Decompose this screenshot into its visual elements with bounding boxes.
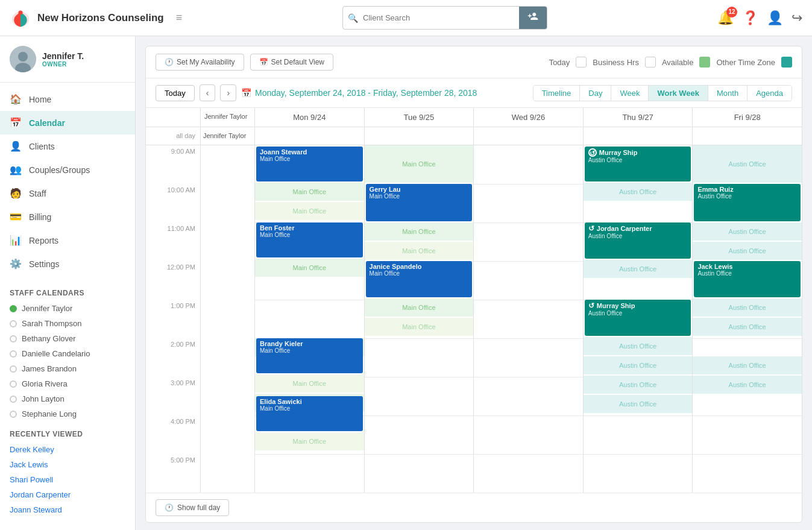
account-icon[interactable]: 👤 — [767, 10, 783, 26]
staff-gloria[interactable]: Gloria Rivera — [0, 376, 135, 391]
staff-jennifer[interactable]: Jennifer Taylor — [0, 301, 135, 316]
staff-dot-danielle — [10, 350, 17, 358]
view-buttons: Timeline Day Week Work Week Month Agenda — [533, 85, 792, 101]
event-sub-gerrylau: Main Office — [370, 193, 469, 200]
avail-fri-0: Austin Office — [693, 145, 802, 183]
recent-jack[interactable]: Jack Lewis — [0, 457, 135, 472]
name-col-header: Jennifer Taylor — [200, 108, 254, 127]
staff-dot-john — [10, 396, 17, 403]
recently-viewed-title: Recently Viewed — [0, 421, 135, 442]
available-toggle: Available — [662, 57, 711, 68]
view-day[interactable]: Day — [580, 86, 611, 101]
calendar-container: 🕐 Set My Availability 📅 Set Default View… — [145, 46, 802, 523]
set-default-view-button[interactable]: 📅 Set Default View — [250, 54, 334, 71]
avail-tue-3: Main Office — [365, 298, 474, 317]
avail-thu-1: Austin Office — [584, 183, 693, 201]
event-jacklewis[interactable]: Jack Lewis Austin Office — [694, 261, 801, 297]
prev-button[interactable]: ‹ — [200, 84, 216, 101]
event-sub-joann: Main Office — [260, 156, 359, 162]
event-janice[interactable]: Janice Spandelo Main Office — [366, 261, 473, 297]
show-full-day-button[interactable]: 🕐 Show full day — [156, 499, 229, 516]
view-timeline[interactable]: Timeline — [533, 86, 581, 101]
staff-sarah[interactable]: Sarah Thompson — [0, 316, 135, 331]
event-sub-elida: Main Office — [260, 405, 359, 412]
avail-thu-3: Austin Office — [584, 337, 693, 355]
allday-label: all day — [146, 127, 200, 145]
time-1100: 11:00 AM — [146, 222, 200, 261]
allday-tue — [364, 127, 474, 145]
view-week[interactable]: Week — [611, 86, 649, 101]
staff-calendar-list: Jennifer Taylor Sarah Thompson Bethany G… — [0, 301, 135, 421]
sidebar-item-staff[interactable]: 🧑 Staff — [0, 181, 135, 205]
event-title-murray2: ↺ Murray Ship — [588, 301, 688, 310]
today-nav-button[interactable]: Today — [156, 85, 195, 101]
available-checkbox[interactable] — [699, 57, 710, 68]
staff-stephanie[interactable]: Stephanie Long — [0, 406, 135, 421]
calendar-header: Jennifer Taylor Mon 9/24 Tue 9/25 Wed 9/… — [146, 108, 802, 127]
event-elida[interactable]: Elida Sawicki Main Office — [256, 396, 363, 431]
event-sub-emmaruiz: Austin Office — [697, 193, 797, 200]
event-gerrylau[interactable]: Gerry Lau Main Office — [366, 184, 473, 221]
recent-jordan[interactable]: Jordan Carpenter — [0, 487, 135, 502]
help-icon[interactable]: ❓ — [742, 10, 758, 26]
event-title-jacklewis: Jack Lewis — [697, 263, 797, 270]
event-murray2[interactable]: ↺ Murray Ship Austin Office — [585, 300, 691, 336]
repeat-icon-murray2: ↺ — [588, 301, 594, 310]
sidebar-item-couples[interactable]: 👥 Couples/Groups — [0, 158, 135, 181]
clock-full-icon: 🕐 — [165, 503, 174, 512]
allday-wed — [473, 127, 583, 145]
staff-dot-gloria — [10, 380, 17, 388]
view-workweek[interactable]: Work Week — [649, 86, 708, 101]
couples-icon: 👥 — [10, 164, 22, 175]
time-900: 9:00 AM — [146, 145, 200, 184]
staff-danielle[interactable]: Danielle Candelario — [0, 346, 135, 361]
sidebar-item-settings[interactable]: ⚙️ Settings — [0, 252, 135, 276]
view-agenda[interactable]: Agenda — [747, 86, 792, 101]
business-hrs-toggle: Business Hrs — [593, 57, 656, 68]
business-hrs-checkbox[interactable] — [645, 57, 656, 68]
avail-tue-2: Main Office — [365, 242, 474, 260]
timezone-checkbox[interactable] — [781, 57, 792, 68]
event-jordan[interactable]: ↺ Jordan Carpenter Austin Office — [585, 222, 691, 259]
sidebar: Jennifer T. OWNER 🏠 Home 📅 Calendar 👤 Cl… — [0, 36, 136, 530]
time-100: 1:00 PM — [146, 300, 200, 338]
event-murray1[interactable]: ↺ Murray Ship Austin Office — [585, 147, 691, 181]
event-joann[interactable]: Joann Steward Main Office — [256, 147, 363, 181]
avail-tue-0: Main Office — [365, 145, 474, 183]
nav-label-settings: Settings — [29, 259, 60, 269]
view-month[interactable]: Month — [708, 86, 747, 101]
layout: Jennifer T. OWNER 🏠 Home 📅 Calendar 👤 Cl… — [0, 36, 812, 530]
sidebar-item-home[interactable]: 🏠 Home — [0, 87, 135, 111]
menu-icon[interactable]: ≡ — [176, 11, 183, 24]
day-header-wed: Wed 9/26 — [473, 108, 583, 127]
event-benfoster[interactable]: Ben Foster Main Office — [256, 222, 363, 257]
recent-joann[interactable]: Joann Steward — [0, 502, 135, 517]
sidebar-item-calendar[interactable]: 📅 Calendar — [0, 111, 135, 134]
staff-john[interactable]: John Layton — [0, 391, 135, 406]
event-brandy[interactable]: Brandy Kieler Main Office — [256, 338, 363, 373]
logout-icon[interactable]: ↪ — [792, 10, 802, 26]
staff-bethany[interactable]: Bethany Glover — [0, 331, 135, 346]
today-checkbox[interactable] — [576, 57, 587, 68]
body-row: 9:00 AM 10:00 AM 11:00 AM 12:00 PM 1:00 … — [146, 145, 802, 493]
staff-james[interactable]: James Brandon — [0, 361, 135, 376]
sidebar-item-clients[interactable]: 👤 Clients — [0, 134, 135, 158]
clients-icon: 👤 — [10, 140, 22, 152]
sidebar-item-billing[interactable]: 💳 Billing — [0, 205, 135, 229]
add-client-button[interactable] — [519, 7, 547, 29]
event-title-janice: Janice Spandelo — [370, 263, 469, 270]
next-button[interactable]: › — [220, 84, 236, 101]
recent-derek[interactable]: Derek Kelley — [0, 442, 135, 457]
staff-name-stephanie: Stephanie Long — [22, 409, 77, 418]
logo-icon — [10, 7, 31, 29]
notification-bell[interactable]: 🔔 12 — [717, 10, 734, 26]
day-wed — [473, 145, 583, 493]
set-availability-button[interactable]: 🕐 Set My Availability — [156, 54, 244, 71]
calendar-icon: 📅 — [10, 117, 22, 128]
avail-mon-3: Main Office — [255, 259, 364, 277]
recent-shari[interactable]: Shari Powell — [0, 472, 135, 487]
avail-fri-3: Austin Office — [693, 298, 802, 317]
sidebar-item-reports[interactable]: 📊 Reports — [0, 229, 135, 252]
search-input[interactable] — [363, 9, 519, 27]
event-emmaruiz[interactable]: Emma Ruiz Austin Office — [694, 184, 801, 221]
